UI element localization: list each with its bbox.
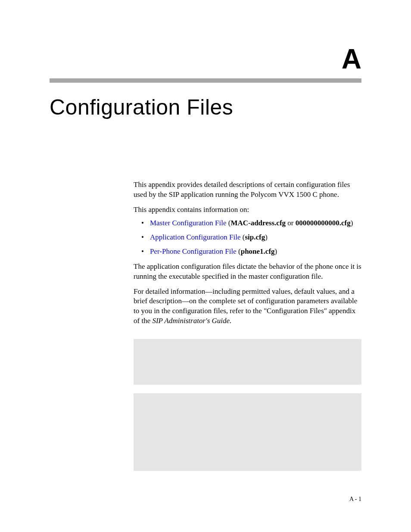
list-item-text: Per-Phone Configuration File (phone1.cfg…: [150, 247, 277, 257]
body-paragraph-3: The application configuration files dict…: [134, 262, 361, 282]
bullet-icon: •: [141, 233, 144, 243]
guide-title: SIP Administrator's Guide: [152, 317, 230, 325]
list-item: • Per-Phone Configuration File (phone1.c…: [134, 247, 361, 257]
header-divider: [50, 78, 361, 83]
link-master-config[interactable]: Master Configuration File: [150, 219, 227, 227]
list-item: • Master Configuration File (MAC-address…: [134, 218, 361, 228]
placeholder-box-2: [134, 393, 361, 471]
intro-paragraph-2: This appendix contains information on:: [134, 205, 361, 215]
bullet-icon: •: [141, 247, 144, 257]
intro-paragraph-1: This appendix provides detailed descript…: [134, 180, 361, 200]
bullet-list: • Master Configuration File (MAC-address…: [134, 218, 361, 257]
list-item-text: Application Configuration File (sip.cfg): [150, 233, 268, 243]
page-number: A - 1: [349, 496, 361, 503]
link-application-config[interactable]: Application Configuration File: [150, 233, 241, 241]
list-item-text: Master Configuration File (MAC-address.c…: [150, 218, 353, 228]
body-content: This appendix provides detailed descript…: [134, 180, 361, 471]
list-item: • Application Configuration File (sip.cf…: [134, 233, 361, 243]
link-per-phone-config[interactable]: Per-Phone Configuration File: [150, 247, 237, 255]
body-paragraph-4: For detailed information—including permi…: [134, 287, 361, 327]
page-title: Configuration Files: [50, 95, 361, 120]
bullet-icon: •: [141, 218, 144, 228]
appendix-letter: A: [50, 43, 361, 75]
placeholder-box-1: [134, 339, 361, 385]
